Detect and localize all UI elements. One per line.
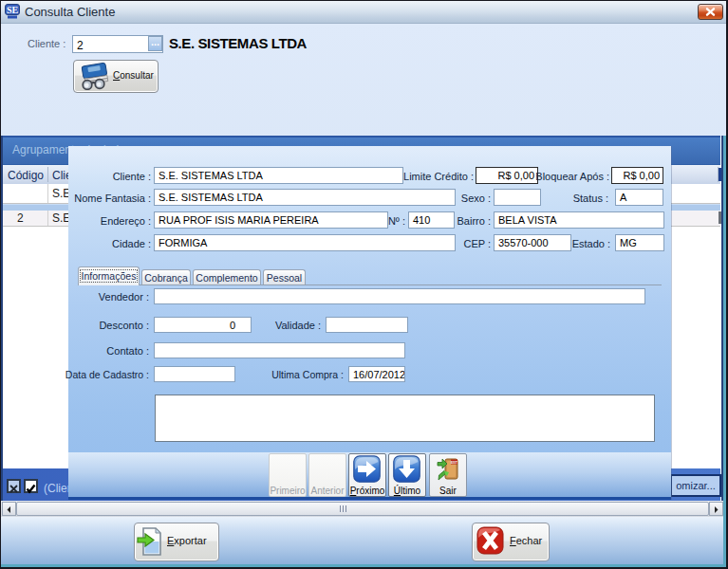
svg-text:EXIT: EXIT — [451, 461, 457, 465]
svg-text:SE: SE — [7, 5, 19, 15]
